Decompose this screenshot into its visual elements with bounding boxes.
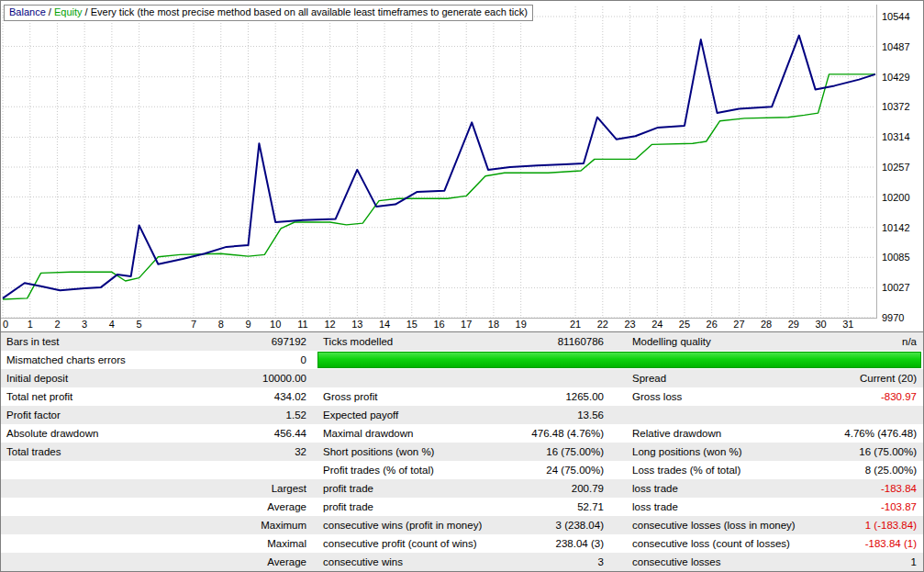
x-axis-label: 24	[651, 319, 662, 330]
x-axis-label: 4	[109, 319, 115, 330]
x-axis-label: 30	[815, 319, 826, 330]
y-axis-label: 10314	[882, 131, 910, 142]
cell-value: Average	[267, 501, 317, 512]
y-axis-label: 10429	[882, 72, 910, 83]
x-axis-label: 14	[379, 319, 390, 330]
cell-value: 3	[598, 556, 620, 567]
legend-method-label: / Every tick (the most precise method ba…	[83, 6, 528, 17]
report-cell: loss trade-103.87	[620, 498, 923, 516]
cell-label: Long positions (won %)	[620, 446, 742, 457]
cell-value: 697192	[272, 336, 317, 347]
report-cell: Maximum	[1, 516, 317, 534]
cell-label: Expected payoff	[317, 409, 398, 421]
x-axis-label: 25	[679, 319, 690, 330]
cell-label: profit trade	[317, 501, 373, 512]
report-cell: Maximal	[1, 534, 317, 553]
report-cell	[1, 461, 317, 479]
report-row: Maximalconsecutive profit (count of wins…	[1, 534, 923, 553]
cell-value: 16 (75.00%)	[546, 446, 620, 457]
cell-value: 476.48 (4.76%)	[531, 428, 620, 439]
cell-value: -103.87	[881, 501, 923, 512]
report-cell: consecutive losses (loss in money)1 (-18…	[620, 516, 923, 534]
cell-label: consecutive profit (count of wins)	[317, 538, 476, 549]
x-axis-label: 1	[28, 319, 33, 330]
report-cell: Loss trades (% of total)8 (25.00%)	[620, 461, 923, 479]
cell-value: 238.04 (3)	[556, 538, 620, 549]
report-row: Averageconsecutive wins3consecutive loss…	[1, 553, 923, 571]
report-cell: Profit factor1.52	[1, 406, 317, 424]
report-cell: Profit trades (% of total)24 (75.00%)	[317, 461, 620, 479]
report-cell: Largest	[1, 479, 317, 498]
report-cell: Initial deposit10000.00	[1, 369, 317, 387]
cell-value: n/a	[902, 336, 923, 347]
chart-legend: Balance / Equity / Every tick (the most …	[4, 5, 533, 21]
x-axis-label: 10	[270, 319, 281, 330]
report-row: Profit factor1.52Expected payoff13.56	[1, 406, 923, 424]
legend-equity-label: Equity	[54, 6, 83, 17]
cell-value: 8 (25.00%)	[865, 465, 923, 476]
cell-label: profit trade	[317, 483, 373, 494]
report-cell: loss trade-183.84	[620, 479, 923, 498]
x-axis-label: 9	[245, 319, 250, 330]
report-table: Bars in test697192Ticks modelled81160786…	[1, 331, 923, 571]
cell-value: 32	[295, 446, 317, 457]
cell-value: Largest	[272, 483, 317, 494]
report-cell: Relative drawdown4.76% (476.48)	[620, 424, 923, 443]
x-axis-label: 0	[3, 319, 8, 330]
balance-equity-chart: 9970100271008510142102001025710314103721…	[1, 1, 923, 331]
cell-label: Relative drawdown	[620, 428, 721, 439]
x-axis-label: 29	[788, 319, 799, 330]
x-axis-label: 5	[137, 319, 142, 330]
report-row: Profit trades (% of total)24 (75.00%)Los…	[1, 461, 923, 479]
y-axis-label: 10200	[882, 192, 910, 203]
report-row: Total net profit434.02Gross profit1265.0…	[1, 387, 923, 406]
cell-value: 1.52	[286, 409, 317, 421]
report-cell: consecutive wins3	[317, 553, 620, 571]
cell-value: 10000.00	[262, 373, 317, 384]
x-axis-label: 3	[82, 319, 87, 330]
report-cell: SpreadCurrent (20)	[620, 369, 923, 387]
cell-label: consecutive loss (count of losses)	[620, 538, 790, 549]
x-axis-label: 8	[218, 319, 224, 330]
report-cell: Total net profit434.02	[1, 387, 317, 406]
legend-separator: /	[46, 6, 54, 17]
cell-label: Profit trades (% of total)	[317, 465, 434, 476]
x-axis-label: 17	[461, 319, 472, 330]
report-row: Largestprofit trade200.79loss trade-183.…	[1, 479, 923, 498]
cell-label: Short positions (won %)	[317, 446, 434, 457]
cell-label: consecutive wins (profit in money)	[317, 520, 482, 531]
y-axis-label: 9970	[882, 312, 904, 323]
cell-label: loss trade	[620, 483, 678, 494]
report-cell: Total trades32	[1, 443, 317, 461]
x-axis-label: 15	[406, 319, 417, 330]
report-cell: consecutive profit (count of wins)238.04…	[317, 534, 620, 553]
modelling-quality-bar	[317, 352, 921, 368]
cell-value: 16 (75.00%)	[859, 446, 923, 457]
x-axis-label: 28	[761, 319, 772, 330]
report-row: Total trades32Short positions (won %)16 …	[1, 443, 923, 461]
cell-value: 1 (-183.84)	[865, 520, 923, 531]
report-cell: profit trade200.79	[317, 479, 620, 498]
x-axis-label: 16	[433, 319, 444, 330]
cell-value: 52.71	[577, 501, 620, 512]
report-cell: Gross profit1265.00	[317, 387, 620, 406]
x-axis-label: 21	[570, 319, 581, 330]
x-axis-label: 13	[351, 319, 362, 330]
x-axis-label: 18	[488, 319, 499, 330]
cell-label: Bars in test	[1, 336, 60, 347]
cell-value: 456.44	[274, 428, 317, 439]
cell-value: Maximum	[261, 520, 317, 531]
x-axis-label: 2	[54, 319, 60, 330]
cell-label: Ticks modelled	[317, 336, 393, 347]
x-axis-label: 19	[516, 319, 527, 330]
cell-value: 0	[301, 354, 317, 365]
report-cell	[317, 369, 620, 387]
cell-label: Spread	[620, 373, 666, 384]
x-axis-label: 26	[707, 319, 718, 330]
x-axis-label: 22	[597, 319, 608, 330]
y-axis-label: 10142	[882, 222, 910, 233]
y-axis-label: 10085	[882, 252, 910, 263]
cell-value: 4.76% (476.48)	[844, 428, 923, 439]
report-row: Absolute drawdown456.44Maximal drawdown4…	[1, 424, 923, 443]
cell-value: -183.84 (1)	[865, 538, 923, 549]
